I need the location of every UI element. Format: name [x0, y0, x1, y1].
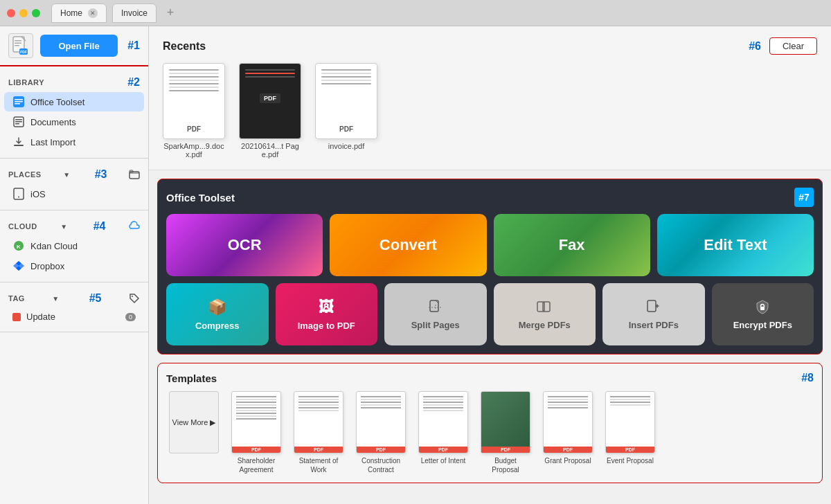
- toolset-row-1: OCR Convert Fax Edit Text: [166, 214, 814, 276]
- tool-edittext[interactable]: Edit Text: [657, 214, 814, 276]
- template-thumb-grant: PDF: [543, 391, 593, 453]
- tool-convert[interactable]: Convert: [330, 214, 486, 276]
- library-section: LIBRARY #2 Office Toolset: [0, 66, 148, 159]
- tool-fax[interactable]: Fax: [494, 214, 650, 276]
- add-tab-button[interactable]: +: [162, 5, 179, 21]
- kdan-cloud-icon: K: [12, 240, 25, 252]
- minimize-button[interactable]: [19, 9, 28, 17]
- dropbox-icon: [12, 260, 25, 272]
- section-num-1: #1: [127, 39, 140, 52]
- tool-mergepdfs[interactable]: Merge PDFs: [494, 283, 596, 345]
- clear-button[interactable]: Clear: [769, 37, 817, 55]
- template-name-statement: Statement of Work: [294, 456, 343, 474]
- update-badge: 0: [125, 313, 136, 321]
- templates-section: Templates #8 View More ▶: [157, 363, 823, 483]
- template-budget[interactable]: PDF Budget Proposal: [478, 391, 533, 474]
- sidebar-item-update[interactable]: Update 0: [4, 308, 144, 325]
- tool-compress[interactable]: 📦 Compress: [166, 283, 269, 345]
- svg-rect-3: [15, 45, 19, 46]
- library-item-documents-label: Documents: [30, 117, 76, 127]
- file-lines-2: [245, 69, 295, 80]
- encryptpdfs-icon: [754, 299, 771, 316]
- pdf-label-1: PDF: [187, 125, 201, 133]
- file-icon: PDF: [8, 33, 33, 58]
- splitpages-label: Split Pages: [411, 320, 460, 330]
- recents-header: Recents #6 Clear: [163, 37, 817, 55]
- cloud-item-dropbox-label: Dropbox: [30, 261, 64, 271]
- cloud-item-kdan-label: Kdan Cloud: [30, 241, 78, 251]
- template-name-budget: Budget Proposal: [481, 456, 530, 474]
- svg-point-24: [132, 296, 133, 297]
- tab-home[interactable]: Home ✕: [51, 3, 107, 23]
- template-name-construction: Construction Contract: [356, 456, 406, 474]
- pdf-corner-6: PDF: [544, 447, 592, 453]
- tool-ocr[interactable]: OCR: [166, 214, 323, 276]
- section-num-5: #5: [89, 292, 102, 305]
- sidebar-item-dropbox[interactable]: Dropbox: [4, 256, 144, 276]
- svg-text:K: K: [17, 244, 21, 250]
- content-area: Recents #6 Clear: [149, 26, 831, 504]
- template-shareholder[interactable]: PDF Shareholder Agreement: [229, 391, 284, 474]
- places-label: PLACES: [8, 170, 42, 179]
- maximize-button[interactable]: [32, 9, 40, 17]
- sidebar-item-ios[interactable]: iOS: [4, 184, 144, 204]
- toolset-header: Office Toolset #7: [166, 188, 814, 207]
- sidebar-item-documents[interactable]: Documents: [4, 112, 144, 132]
- tool-encryptpdfs[interactable]: Encrypt PDFs: [712, 283, 814, 345]
- template-thumb-event: PDF: [605, 391, 655, 453]
- convert-label: Convert: [379, 236, 437, 254]
- recent-file-2[interactable]: PDF 20210614...t Page.pdf: [239, 63, 301, 159]
- template-statement[interactable]: PDF Statement of Work: [291, 391, 346, 474]
- toolset-row-2: 📦 Compress 🖼 Image to PDF Split Pages: [166, 283, 814, 345]
- recents-title: Recents: [163, 40, 206, 53]
- pdf-corner-5: PDF: [481, 447, 530, 453]
- tool-imagetopdf[interactable]: 🖼 Image to PDF: [276, 283, 378, 345]
- tag-item-update-label: Update: [26, 312, 55, 322]
- event-lines: [610, 396, 650, 407]
- edittext-label: Edit Text: [704, 236, 767, 254]
- library-header: LIBRARY #2: [0, 72, 148, 91]
- sidebar-item-kdan-cloud[interactable]: K Kdan Cloud: [4, 236, 144, 255]
- template-name-shareholder: Shareholder Agreement: [231, 456, 281, 474]
- close-button[interactable]: [7, 9, 15, 17]
- template-letter[interactable]: PDF Letter of Intent: [416, 391, 471, 465]
- file-preview-2: PDF: [239, 63, 301, 139]
- sidebar-item-last-import[interactable]: Last Import: [4, 132, 144, 152]
- pdf-label-3: PDF: [339, 125, 353, 133]
- tab-home-label: Home: [60, 8, 82, 18]
- view-more-item[interactable]: View More ▶: [166, 391, 222, 453]
- svg-rect-12: [15, 121, 22, 123]
- section-num-8: #8: [801, 372, 814, 384]
- folder-add-icon: [129, 169, 140, 180]
- section-num-4: #4: [93, 220, 106, 233]
- pdf-corner-4: PDF: [419, 447, 467, 453]
- tool-splitpages[interactable]: Split Pages: [384, 283, 487, 345]
- template-construction[interactable]: PDF Construction Contract: [353, 391, 409, 474]
- imagetopdf-label: Image to PDF: [298, 321, 355, 331]
- recent-file-1[interactable]: PDF SparkAmp...9.docx.pdf: [163, 63, 225, 159]
- open-file-button[interactable]: Open File: [40, 35, 118, 57]
- template-thumb-budget: PDF: [481, 391, 530, 453]
- svg-rect-13: [15, 123, 19, 125]
- view-more-btn[interactable]: View More ▶: [169, 391, 219, 453]
- places-section: PLACES ▼ #3 iOS: [0, 159, 148, 210]
- tool-insertpdfs[interactable]: Insert PDFs: [602, 283, 705, 345]
- library-label: LIBRARY: [8, 78, 44, 87]
- pdf-corner-2: PDF: [294, 447, 343, 453]
- tab-home-close[interactable]: ✕: [88, 8, 98, 18]
- template-thumb-statement: PDF: [294, 391, 343, 453]
- file-lines: [169, 69, 219, 93]
- statement-lines: [298, 396, 339, 413]
- tag-add-icon: [129, 293, 140, 304]
- titlebar: Home ✕ Invoice +: [0, 0, 831, 26]
- template-grant[interactable]: PDF Grant Proposal: [540, 391, 596, 465]
- sidebar-item-office-toolset[interactable]: Office Toolset: [4, 92, 144, 111]
- toolset-section: Office Toolset #7 OCR Convert Fax Edit T…: [157, 179, 823, 354]
- template-event[interactable]: PDF Event Proposal: [602, 391, 658, 465]
- insertpdfs-icon: [645, 299, 662, 316]
- cloud-section: CLOUD ▼ #4 K Kdan Cloud: [0, 210, 148, 282]
- tab-invoice[interactable]: Invoice: [112, 3, 157, 23]
- letter-lines: [423, 396, 463, 413]
- pdf-corner-7: PDF: [606, 447, 654, 453]
- recent-file-3[interactable]: PDF invoice.pdf: [315, 63, 377, 159]
